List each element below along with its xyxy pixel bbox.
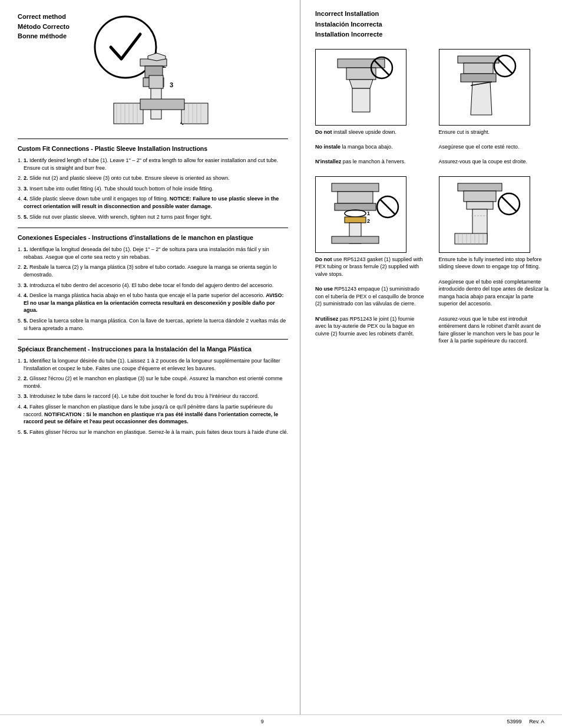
left-column: Correct method Método Correcto Bonne mét…	[0, 0, 300, 714]
footer-page-num: 9	[261, 719, 264, 724]
svg-point-41	[345, 210, 366, 217]
correct-diagram-svg: 2 3 1 4	[81, 12, 211, 130]
svg-rect-11	[114, 103, 143, 124]
conexiones-step1: 1. Identifique la longitud deseada del t…	[24, 246, 288, 261]
speciaux-step5: 5. Faites glisser l'écrou sur le manchon…	[24, 429, 288, 436]
incorrect-item-1: Do not install sleeve upside down. No in…	[315, 49, 427, 166]
custom-fit-step3: 3. Insert tube into outlet fitting (4). …	[24, 185, 288, 193]
svg-rect-46	[332, 236, 379, 243]
divider1	[18, 139, 288, 139]
incorrect-line1: Incorrect Installation	[315, 9, 550, 19]
conexiones-step2: 2. Resbale la tuerca (2) y la manga plás…	[24, 263, 288, 278]
diagram-1	[315, 49, 406, 126]
incorrect-grid: Do not install sleeve upside down. No in…	[315, 49, 550, 350]
conexiones-step4: 4. Deslice la manga plástica hacia abajo…	[24, 292, 288, 314]
svg-rect-40	[335, 203, 376, 210]
incorrect-item-2: Ensure cut is straight. Asegúrese que el…	[439, 49, 551, 166]
svg-rect-39	[338, 192, 373, 203]
caption-3: Do not use RP51243 gasket (1) supplied w…	[315, 256, 427, 338]
svg-rect-49	[458, 183, 502, 191]
svg-rect-32	[464, 63, 493, 74]
incorrect-line3: Installation Incorrecte	[315, 29, 550, 40]
speciaux-list: 1. Identifiez la longueur désirée du tub…	[24, 357, 288, 436]
incorrect-item-3: 1 2	[315, 176, 427, 345]
custom-fit-section: Custom Fit Connections - Plastic Sleeve …	[18, 145, 288, 220]
svg-rect-50	[464, 191, 496, 202]
speciaux-step1: 1. Identifiez la longueur désirée du tub…	[24, 357, 288, 372]
diagram-svg-3: 1 2	[320, 180, 402, 248]
divider2	[18, 228, 288, 228]
incorrect-line2: Instalación Incorrecta	[315, 19, 550, 30]
diagram-3: 1 2	[315, 176, 406, 253]
diagram-svg-2	[443, 53, 525, 121]
svg-rect-51	[467, 202, 493, 209]
speciaux-title: Spéciaux Branchement - Instrucciones par…	[18, 345, 288, 353]
custom-fit-step5: 5. Slide nut over plastic sleeve. With w…	[24, 213, 288, 221]
diagram-2	[439, 49, 530, 126]
svg-line-48	[380, 199, 395, 215]
footer-rev: Rev. A	[529, 719, 544, 724]
correct-line2: Método Correcto	[18, 22, 70, 32]
svg-line-63	[501, 196, 517, 212]
custom-fit-title: Custom Fit Connections - Plastic Sleeve …	[18, 145, 288, 152]
svg-text:2: 2	[367, 218, 370, 224]
incorrect-header: Incorrect Installation Instalación Incor…	[315, 9, 550, 40]
divider3	[18, 339, 288, 340]
footer: 9 53999 Rev. A	[0, 715, 562, 728]
correct-method-header: Correct method Método Correcto Bonne mét…	[18, 12, 288, 130]
svg-marker-27	[349, 80, 373, 88]
conexiones-step3: 3. Introduzca el tubo dentro del accesor…	[24, 282, 288, 289]
speciaux-step4: 4. Faites glisser le manchon en plastiqu…	[24, 403, 288, 426]
svg-text:1: 1	[367, 210, 370, 216]
page: Correct method Método Correcto Bonne mét…	[0, 0, 562, 728]
svg-text:3: 3	[170, 81, 173, 88]
speciaux-step2: 2. Glissez l'écrou (2) et le manchon en …	[24, 375, 288, 390]
footer-doc-info: 53999 Rev. A	[507, 719, 544, 724]
conexiones-step5: 5. Deslice la tuerca sobre la manga plás…	[24, 317, 288, 332]
custom-fit-step2: 2. Slide nut (2) and plastic sleeve (3) …	[24, 174, 288, 182]
svg-marker-34	[471, 82, 492, 115]
speciaux-section: Spéciaux Branchement - Instrucciones par…	[18, 345, 288, 436]
diagram-4	[439, 176, 530, 253]
svg-rect-18	[181, 103, 208, 124]
svg-rect-54	[455, 233, 487, 244]
svg-rect-31	[458, 56, 499, 63]
conexiones-section: Conexiones Especiales - Instructions d'i…	[18, 234, 288, 332]
correct-method-text: Correct method Método Correcto Bonne mét…	[18, 12, 70, 41]
svg-rect-43	[345, 217, 366, 223]
speciaux-step3: 3. Introduisez le tube dans le raccord (…	[24, 393, 288, 400]
main-content: Correct method Método Correcto Bonne mét…	[0, 0, 562, 715]
conexiones-title: Conexiones Especiales - Instructions d'i…	[18, 234, 288, 241]
correct-diagram: 2 3 1 4	[81, 12, 211, 130]
svg-rect-38	[332, 183, 379, 192]
conexiones-list: 1. Identifique la longitud deseada del t…	[24, 246, 288, 332]
correct-line3: Bonne méthode	[18, 31, 70, 41]
svg-rect-24	[140, 99, 184, 110]
svg-rect-33	[461, 74, 496, 82]
incorrect-item-4: Ensure tube is fully inserted into stop …	[439, 176, 551, 345]
footer-doc-num: 53999	[507, 719, 522, 724]
svg-rect-28	[352, 88, 370, 112]
svg-rect-10	[149, 75, 163, 88]
caption-4: Ensure tube is fully inserted into stop …	[439, 256, 551, 345]
right-column: Incorrect Installation Instalación Incor…	[300, 0, 562, 714]
svg-marker-8	[148, 53, 166, 61]
custom-fit-step4: 4. Slide plastic sleeve down tube until …	[24, 195, 288, 210]
correct-line1: Correct method	[18, 12, 70, 22]
caption-2: Ensure cut is straight. Asegúrese que el…	[439, 129, 551, 166]
custom-fit-step1: 1. Identify desired length of tube (1). …	[24, 157, 288, 172]
diagram-svg-1	[320, 53, 402, 121]
diagram-svg-4	[443, 180, 525, 248]
caption-1: Do not install sleeve upside down. No in…	[315, 129, 427, 166]
svg-line-37	[497, 58, 513, 74]
custom-fit-list: 1. Identify desired length of tube (1). …	[24, 157, 288, 220]
